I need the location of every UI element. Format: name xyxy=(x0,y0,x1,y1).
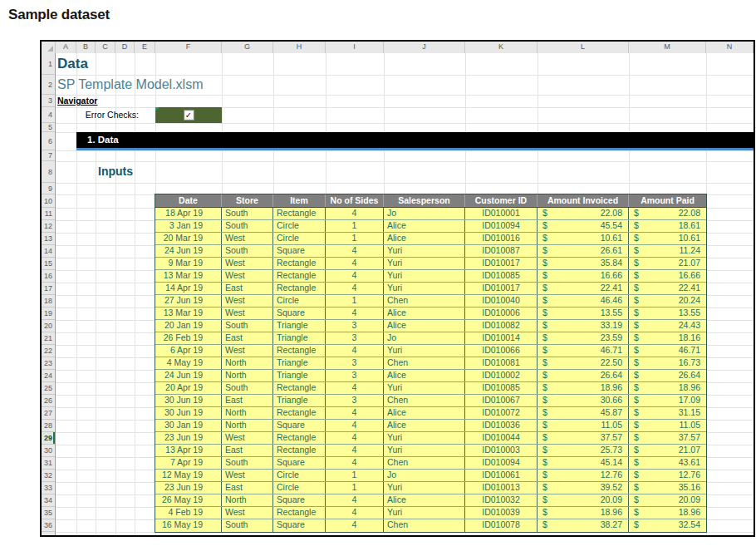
column-header-K[interactable]: K xyxy=(465,42,538,53)
table-header-item[interactable]: Item xyxy=(273,194,326,207)
table-cell[interactable]: ID010061 xyxy=(465,470,538,481)
table-cell[interactable]: $25.73 xyxy=(538,445,629,456)
row-header-1[interactable]: 1 xyxy=(42,53,55,75)
row-header-30[interactable]: 30 xyxy=(42,445,55,457)
table-cell[interactable]: East xyxy=(222,482,273,494)
row-header-18[interactable]: 18 xyxy=(42,295,55,307)
row-header-12[interactable]: 12 xyxy=(42,220,55,233)
table-cell[interactable]: North xyxy=(222,370,273,381)
row-header-16[interactable]: 16 xyxy=(42,270,55,283)
table-cell[interactable]: $20.24 xyxy=(629,295,706,307)
table-cell[interactable]: Alice xyxy=(384,407,465,419)
row-header-6[interactable]: 6 xyxy=(42,132,55,150)
table-cell[interactable]: $21.07 xyxy=(629,258,706,269)
table-cell[interactable]: ID010094 xyxy=(465,220,538,232)
table-cell[interactable]: 30 Jan 19 xyxy=(155,420,222,431)
table-cell[interactable]: 4 Feb 19 xyxy=(155,507,222,519)
table-cell[interactable]: $18.96 xyxy=(538,382,629,394)
table-cell[interactable]: 4 xyxy=(326,420,384,431)
table-cell[interactable]: Yuri xyxy=(384,345,465,357)
table-cell[interactable]: ID010081 xyxy=(465,357,538,369)
table-cell[interactable]: Square xyxy=(273,457,326,469)
table-cell[interactable]: 26 May 19 xyxy=(155,494,222,506)
table-cell[interactable]: ID010006 xyxy=(465,307,538,319)
row-header-33[interactable]: 33 xyxy=(42,482,55,494)
navigator-link[interactable]: Navigator xyxy=(57,95,97,107)
table-cell[interactable]: 20 Jan 19 xyxy=(155,320,222,332)
table-cell[interactable]: Yuri xyxy=(384,283,465,294)
table-cell[interactable]: Square xyxy=(273,307,326,319)
table-cell[interactable]: $24.43 xyxy=(629,320,706,332)
row-header-25[interactable]: 25 xyxy=(42,382,55,395)
table-cell[interactable]: $16.73 xyxy=(629,357,706,369)
table-cell[interactable]: 16 May 19 xyxy=(155,519,222,532)
table-cell[interactable]: Yuri xyxy=(384,507,465,519)
table-cell[interactable]: ID010036 xyxy=(465,420,538,431)
row-header-28[interactable]: 28 xyxy=(42,420,55,432)
table-cell[interactable]: Rectangle xyxy=(273,445,326,456)
row-header-7[interactable]: 7 xyxy=(42,150,55,161)
table-cell[interactable]: Circle xyxy=(273,220,326,232)
table-cell[interactable]: 4 xyxy=(326,507,384,519)
table-cell[interactable]: East xyxy=(222,445,273,456)
table-cell[interactable]: ID010014 xyxy=(465,332,538,344)
table-cell[interactable]: 4 xyxy=(326,258,384,269)
table-cell[interactable]: $45.14 xyxy=(538,457,629,469)
table-cell[interactable]: $22.08 xyxy=(538,208,629,219)
error-checks-cell[interactable]: ✓ xyxy=(155,107,222,123)
row-header-21[interactable]: 21 xyxy=(42,332,55,345)
table-cell[interactable]: $20.09 xyxy=(629,494,706,506)
table-cell[interactable]: 18 Apr 19 xyxy=(155,208,222,219)
row-header-5[interactable]: 5 xyxy=(42,123,55,132)
table-cell[interactable]: ID010087 xyxy=(465,245,538,257)
table-cell[interactable]: Alice xyxy=(384,220,465,232)
table-cell[interactable]: North xyxy=(222,494,273,506)
table-cell[interactable]: 6 Apr 19 xyxy=(155,345,222,357)
table-cell[interactable]: Alice xyxy=(384,420,465,431)
table-cell[interactable]: $37.57 xyxy=(629,432,706,444)
table-cell[interactable]: $22.08 xyxy=(629,208,706,219)
table-cell[interactable]: $18.96 xyxy=(538,507,629,519)
table-cell[interactable]: 3 xyxy=(326,320,384,332)
table-cell[interactable]: Rectangle xyxy=(273,208,326,219)
table-cell[interactable]: Alice xyxy=(384,494,465,506)
table-cell[interactable]: 1 xyxy=(326,233,384,244)
table-cell[interactable]: Square xyxy=(273,245,326,257)
table-cell[interactable]: $35.16 xyxy=(629,482,706,494)
table-cell[interactable]: $20.09 xyxy=(538,494,629,506)
table-cell[interactable]: $37.57 xyxy=(538,432,629,444)
row-header-15[interactable]: 15 xyxy=(42,258,55,270)
table-cell[interactable]: 3 xyxy=(326,395,384,406)
table-header-customer-id[interactable]: Customer ID xyxy=(465,194,538,207)
table-cell[interactable]: 4 xyxy=(326,208,384,219)
table-cell[interactable]: $16.66 xyxy=(538,270,629,282)
table-cell[interactable]: West xyxy=(222,307,273,319)
table-cell[interactable]: West xyxy=(222,295,273,307)
table-cell[interactable]: Alice xyxy=(384,233,465,244)
table-cell[interactable]: 20 Apr 19 xyxy=(155,382,222,394)
table-cell[interactable]: $30.66 xyxy=(538,395,629,406)
table-cell[interactable]: $17.09 xyxy=(629,395,706,406)
table-cell[interactable]: $45.87 xyxy=(538,407,629,419)
table-cell[interactable]: 4 xyxy=(326,457,384,469)
table-cell[interactable]: South xyxy=(222,220,273,232)
table-cell[interactable]: Chen xyxy=(384,457,465,469)
table-cell[interactable]: North xyxy=(222,420,273,431)
table-cell[interactable]: ID010082 xyxy=(465,320,538,332)
table-cell[interactable]: 3 xyxy=(326,357,384,369)
table-cell[interactable]: ID010040 xyxy=(465,295,538,307)
table-cell[interactable]: Triangle xyxy=(273,395,326,406)
table-cell[interactable]: North xyxy=(222,407,273,419)
table-cell[interactable]: West xyxy=(222,432,273,444)
row-header-36[interactable]: 36 xyxy=(42,519,55,532)
table-cell[interactable]: $46.46 xyxy=(538,295,629,307)
table-cell[interactable]: South xyxy=(222,519,273,532)
table-cell[interactable]: Chen xyxy=(384,357,465,369)
table-cell[interactable]: Alice xyxy=(384,307,465,319)
table-cell[interactable]: $16.66 xyxy=(629,270,706,282)
table-cell[interactable]: Yuri xyxy=(384,245,465,257)
row-header-32[interactable]: 32 xyxy=(42,470,55,482)
table-cell[interactable]: $18.16 xyxy=(629,332,706,344)
table-cell[interactable]: 30 Jun 19 xyxy=(155,395,222,406)
table-cell[interactable]: Square xyxy=(273,519,326,532)
